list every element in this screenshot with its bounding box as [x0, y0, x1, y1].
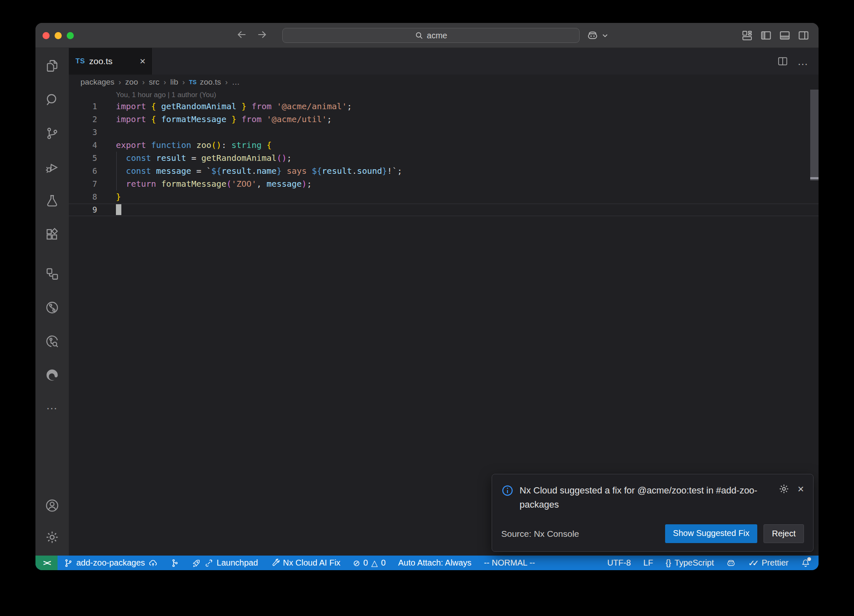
copilot-menu[interactable] — [587, 23, 608, 48]
copilot-status[interactable] — [726, 558, 736, 568]
line-number: 4 — [69, 139, 97, 152]
gitlens-icon[interactable] — [45, 300, 60, 315]
vim-mode-status[interactable]: -- NORMAL -- — [484, 558, 535, 568]
accounts-icon[interactable] — [45, 498, 60, 513]
tab-zoo-ts[interactable]: TS zoo.ts × — [69, 48, 153, 75]
typescript-file-icon: TS — [189, 79, 196, 85]
line-number: 8 — [69, 190, 97, 203]
code-token: } — [382, 166, 387, 176]
code-line[interactable]: 7 return formatMessage('ZOO', message); — [69, 178, 819, 190]
reject-button[interactable]: Reject — [764, 524, 804, 543]
breadcrumb-item[interactable]: src — [149, 78, 159, 87]
zoom-window-button[interactable] — [67, 32, 74, 39]
close-tab-icon[interactable]: × — [140, 56, 146, 66]
code-token — [191, 140, 196, 150]
line-number: 1 — [69, 100, 97, 113]
language-status[interactable]: {} TypeScript — [666, 558, 714, 568]
extensions-icon[interactable] — [45, 227, 60, 242]
code-token: function — [151, 140, 191, 150]
code-line[interactable]: 6 const message = `${result.name} says $… — [69, 165, 819, 178]
code-token: message — [156, 166, 191, 176]
breadcrumb-item[interactable]: packages — [80, 78, 114, 87]
commit-graph-status[interactable] — [170, 558, 179, 568]
gitlens-inspect-icon[interactable] — [45, 334, 60, 349]
code-line[interactable]: 5 const result = getRandomAnimal(); — [69, 152, 819, 165]
command-center-search[interactable]: acme — [282, 28, 580, 43]
code-token: ! — [387, 166, 392, 176]
notification-badge-dot — [807, 557, 811, 561]
code-line[interactable]: 2import { formatMessage } from '@acme/ut… — [69, 113, 819, 126]
notification-message: Nx Cloud suggested a fix for @acme/zoo:t… — [520, 483, 773, 512]
close-window-button[interactable] — [43, 32, 50, 39]
editor-more-actions-icon[interactable]: … — [797, 55, 809, 68]
remote-indicator[interactable]: >< — [35, 556, 58, 570]
code-line[interactable]: 3 — [69, 126, 819, 139]
run-debug-icon[interactable] — [45, 160, 60, 175]
forward-icon[interactable] — [256, 29, 267, 42]
code-line[interactable]: 4export function zoo(): string { — [69, 139, 819, 152]
breadcrumb: packages›zoo›src›lib›TSzoo.ts›… — [69, 75, 819, 90]
problems-status[interactable]: ⊘ 0 △ 0 — [353, 558, 385, 568]
activity-bar: … — [35, 48, 69, 556]
show-suggested-fix-button[interactable]: Show Suggested Fix — [665, 524, 757, 543]
copilot-icon — [587, 30, 598, 41]
encoding-status[interactable]: UTF-8 — [607, 558, 631, 568]
code-token: ` — [206, 166, 211, 176]
breadcrumb-separator: › — [163, 78, 166, 87]
edge-browser-icon[interactable] — [45, 368, 60, 383]
code-token: ; — [397, 166, 402, 176]
title-bar: acme — [35, 23, 819, 48]
breadcrumb-item[interactable]: zoo.ts — [200, 78, 221, 87]
formatter-status[interactable]: ✓✓ Prettier — [748, 558, 789, 568]
code-token — [246, 101, 251, 111]
nx-cloud-fix-label: Nx Cloud AI Fix — [283, 558, 341, 568]
code-token: : — [221, 140, 226, 150]
typescript-file-icon: TS — [75, 57, 85, 65]
code-token — [146, 114, 151, 124]
split-editor-icon[interactable] — [777, 56, 788, 67]
customize-layout-icon[interactable] — [741, 30, 753, 41]
toggle-panel-icon[interactable] — [779, 30, 791, 41]
settings-gear-icon[interactable] — [45, 530, 60, 545]
launchpad-status[interactable]: Launchpad — [192, 558, 258, 568]
breadcrumb-item[interactable]: lib — [170, 78, 178, 87]
explorer-icon[interactable] — [45, 58, 60, 73]
eol-status[interactable]: LF — [643, 558, 653, 568]
code-token — [191, 166, 196, 176]
code-token: '@acme/util' — [266, 114, 327, 124]
notification-close-icon[interactable]: × — [798, 483, 804, 494]
code-token: ; — [307, 179, 312, 189]
toggle-primary-sidebar-icon[interactable] — [760, 30, 772, 41]
code-token: ( — [276, 153, 281, 163]
status-bar: >< add-zoo-packages Launchpad Nx C — [35, 556, 819, 570]
notifications-status[interactable] — [801, 558, 810, 568]
breadcrumb-item[interactable]: … — [232, 78, 240, 87]
code-token: result — [221, 166, 251, 176]
search-sidebar-icon[interactable] — [45, 92, 60, 107]
notification-settings-gear-icon[interactable] — [779, 483, 789, 494]
code-line[interactable]: 8} — [69, 190, 819, 203]
minimize-window-button[interactable] — [55, 32, 62, 39]
git-branch-status[interactable]: add-zoo-packages — [64, 558, 158, 568]
nx-console-icon[interactable] — [45, 266, 60, 281]
line-number: 9 — [69, 203, 97, 216]
back-icon[interactable] — [236, 29, 247, 42]
code-token: formatMessage — [161, 114, 226, 124]
breadcrumb-item[interactable]: zoo — [125, 78, 138, 87]
code-token — [226, 140, 231, 150]
toggle-secondary-sidebar-icon[interactable] — [798, 30, 809, 41]
code-token — [116, 179, 126, 189]
editor-scrollbar[interactable] — [810, 90, 819, 180]
additional-views-icon[interactable]: … — [46, 401, 58, 410]
code-line[interactable]: 9 — [69, 203, 819, 216]
code-line[interactable]: 1import { getRandomAnimal } from '@acme/… — [69, 100, 819, 113]
copilot-icon — [726, 558, 736, 568]
nx-cloud-fix-status[interactable]: Nx Cloud AI Fix — [271, 558, 341, 568]
code-text: import { formatMessage } from '@acme/uti… — [116, 113, 332, 126]
auto-attach-status[interactable]: Auto Attach: Always — [398, 558, 472, 568]
vscode-window: acme — [35, 23, 819, 570]
source-control-icon[interactable] — [45, 126, 60, 141]
testing-icon[interactable] — [45, 193, 60, 208]
code-token: result — [156, 153, 186, 163]
code-token: ) — [216, 140, 221, 150]
